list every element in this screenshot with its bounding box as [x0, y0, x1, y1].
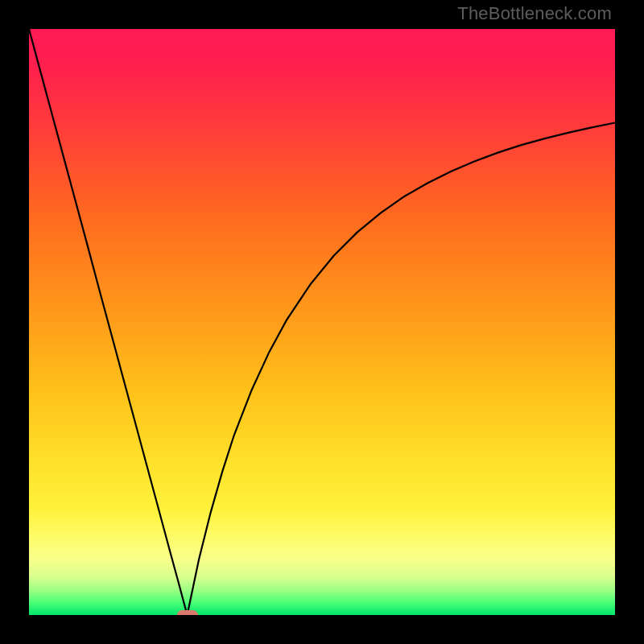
optimum-marker: [177, 610, 198, 615]
bottleneck-curve: [29, 29, 615, 615]
watermark-text: TheBottleneck.com: [457, 3, 612, 24]
plot-area: [29, 29, 615, 615]
chart-frame: TheBottleneck.com: [0, 0, 644, 644]
